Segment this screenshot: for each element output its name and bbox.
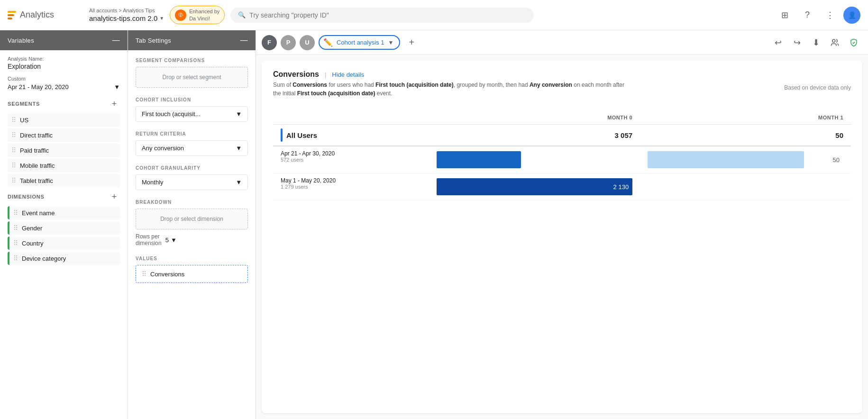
- search-bar[interactable]: 🔍: [230, 8, 534, 23]
- verified-button[interactable]: [845, 34, 862, 51]
- cohort-row-april: Apr 21 - Apr 30, 2020 572 users 927: [273, 146, 851, 173]
- return-criteria-dropdown[interactable]: Any conversion ▼: [136, 140, 248, 156]
- dimension-item-device[interactable]: ⠿ Device category: [8, 252, 120, 265]
- values-item[interactable]: ⠿ Conversions: [136, 265, 248, 283]
- cohort-label-april: Apr 21 - Apr 30, 2020 572 users: [281, 150, 421, 163]
- undo-button[interactable]: ↩: [769, 34, 786, 51]
- segments-title: SEGMENTS: [8, 101, 40, 107]
- logo-bar-1: [8, 11, 16, 13]
- segment-item-paid[interactable]: ⠿ Paid traffic: [8, 144, 120, 157]
- davinci-avatar: 🎨: [175, 9, 186, 21]
- rows-per-label: Rows per dimension: [136, 233, 162, 246]
- date-range-section: Custom Apr 21 - May 20, 2020 ▼: [8, 76, 120, 91]
- active-tab-chevron-icon: ▼: [388, 39, 393, 46]
- add-dimension-button[interactable]: +: [109, 191, 120, 202]
- help-icon-button[interactable]: ?: [798, 6, 817, 25]
- variables-panel: Variables — Analysis Name: Exploration C…: [0, 30, 128, 419]
- drag-handle-icon: ⠿: [13, 224, 18, 232]
- variables-panel-header: Variables —: [0, 30, 128, 50]
- breakdown-title: BREAKDOWN: [136, 200, 248, 205]
- nav-icons: ⊞ ? ⋮ 👤: [775, 6, 860, 25]
- segment-item-mobile[interactable]: ⠿ Mobile traffic: [8, 159, 120, 172]
- drag-handle-icon: ⠿: [11, 116, 16, 124]
- add-tab-button[interactable]: +: [404, 35, 419, 50]
- report-title: Conversions: [273, 70, 319, 79]
- hide-details-link[interactable]: Hide details: [332, 71, 364, 78]
- segment-label: Mobile traffic: [20, 162, 55, 169]
- logo-bar-2: [8, 14, 14, 16]
- variables-minimize-button[interactable]: —: [112, 36, 120, 45]
- svg-point-0: [832, 39, 835, 42]
- more-options-button[interactable]: ⋮: [821, 6, 840, 25]
- analysis-name-label: Analysis Name:: [8, 56, 120, 62]
- date-selector[interactable]: Apr 21 - May 20, 2020 ▼: [8, 83, 120, 91]
- cohort-inclusion-title: COHORT INCLUSION: [136, 97, 248, 102]
- all-users-month0: 3 057: [429, 125, 640, 146]
- values-title: VALUES: [136, 256, 248, 261]
- tab-f-button[interactable]: F: [262, 35, 277, 50]
- tab-settings-panel: Tab Settings — SEGMENT COMPARISONS Drop …: [128, 30, 256, 419]
- report-area: Conversions | Hide details Sum of Conver…: [262, 61, 862, 413]
- report-subtitle: Sum of Conversions for users who had Fir…: [273, 81, 652, 98]
- drag-handle-icon: ⠿: [11, 146, 16, 154]
- account-name[interactable]: analytics-tips.com 2.0 ▼: [89, 14, 164, 22]
- all-users-bar: [281, 128, 283, 142]
- search-input[interactable]: [249, 11, 526, 19]
- breakdown-section: BREAKDOWN Drop or select dimension Rows …: [136, 200, 248, 246]
- enhanced-badge[interactable]: 🎨 Enhanced by Da Vinci!: [170, 6, 225, 24]
- redo-button[interactable]: ↪: [788, 34, 805, 51]
- share-button[interactable]: [826, 34, 843, 51]
- segment-item-us[interactable]: ⠿ US: [8, 113, 120, 127]
- tab-settings-minimize-button[interactable]: —: [240, 36, 248, 45]
- cohort-granularity-chevron-icon: ▼: [236, 179, 242, 186]
- rows-per-dimension: Rows per dimension 5 ▼: [136, 233, 248, 246]
- dimensions-section-header: DIMENSIONS +: [8, 191, 120, 202]
- dimension-label: Device category: [22, 255, 66, 262]
- dimension-item-gender[interactable]: ⠿ Gender: [8, 221, 120, 235]
- dimensions-title: DIMENSIONS: [8, 194, 45, 200]
- segment-drop-zone[interactable]: Drop or select segment: [136, 67, 248, 88]
- drag-handle-icon: ⠿: [13, 209, 18, 217]
- analysis-name-value: Exploration: [8, 63, 120, 70]
- dimension-drop-zone[interactable]: Drop or select dimension: [136, 209, 248, 229]
- cohort-inclusion-dropdown[interactable]: First touch (acquisit... ▼: [136, 106, 248, 122]
- return-criteria-section: RETURN CRITERIA Any conversion ▼: [136, 131, 248, 156]
- dimension-label: Country: [22, 240, 44, 247]
- value-drag-handle-icon: ⠿: [142, 270, 146, 278]
- all-users-month1: 50: [640, 125, 851, 146]
- drag-handle-icon: ⠿: [13, 239, 18, 247]
- segments-section-header: SEGMENTS +: [8, 98, 120, 109]
- cohort-april-month1-cell: 50: [640, 146, 851, 173]
- tab-p-button[interactable]: P: [281, 35, 296, 50]
- tab-u-button[interactable]: U: [300, 35, 315, 50]
- month1-header: MONTH 1: [640, 111, 851, 125]
- active-tab-label: Cohort analysis 1: [337, 39, 384, 46]
- rows-chevron-icon: ▼: [171, 237, 177, 244]
- variables-title: Variables: [8, 37, 34, 44]
- add-segment-button[interactable]: +: [109, 98, 120, 109]
- breadcrumb: All accounts > Analytics Tips: [89, 8, 164, 13]
- cohort-inclusion-chevron-icon: ▼: [236, 110, 242, 118]
- search-icon: 🔍: [238, 11, 246, 18]
- rows-value-dropdown[interactable]: 5 ▼: [165, 237, 177, 244]
- logo-area: Analytics: [8, 10, 83, 20]
- cohort-table: MONTH 0 MONTH 1 All Users 3 057: [273, 111, 851, 200]
- segment-comparisons-title: SEGMENT COMPARISONS: [136, 58, 248, 63]
- tab-settings-header: Tab Settings —: [128, 30, 256, 50]
- user-avatar[interactable]: 👤: [843, 7, 860, 24]
- dimension-item-event[interactable]: ⠿ Event name: [8, 206, 120, 219]
- drag-handle-icon: ⠿: [13, 255, 18, 262]
- active-tab[interactable]: ✏️ Cohort analysis 1 ▼: [319, 35, 400, 50]
- tab-settings-title: Tab Settings: [136, 37, 171, 44]
- segment-item-direct[interactable]: ⠿ Direct traffic: [8, 128, 120, 142]
- cohort-granularity-dropdown[interactable]: Monthly ▼: [136, 174, 248, 190]
- grid-icon-button[interactable]: ⊞: [775, 6, 794, 25]
- values-section: VALUES ⠿ Conversions: [136, 256, 248, 283]
- cohort-inclusion-value: First touch (acquisit...: [142, 110, 201, 118]
- segment-item-tablet[interactable]: ⠿ Tablet traffic: [8, 174, 120, 187]
- all-users-label: All Users: [281, 128, 421, 142]
- dimension-item-country[interactable]: ⠿ Country: [8, 237, 120, 250]
- download-button[interactable]: ⬇: [807, 34, 824, 51]
- account-chevron-icon: ▼: [159, 16, 164, 21]
- cohort-granularity-section: COHORT GRANULARITY Monthly ▼: [136, 165, 248, 190]
